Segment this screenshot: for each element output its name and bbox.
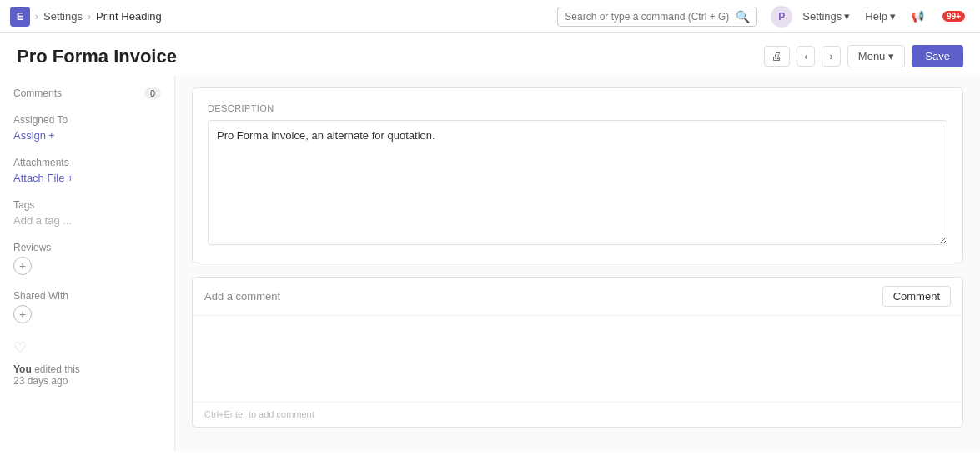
comment-header: Add a comment Comment	[193, 278, 962, 316]
notification-badge: 99+	[942, 11, 965, 22]
save-button[interactable]: Save	[912, 45, 963, 68]
settings-chevron-icon: ▾	[844, 10, 850, 22]
sidebar-tags-section: Tags Add a tag ...	[13, 199, 161, 227]
app-icon[interactable]: E	[10, 7, 30, 27]
notification-button[interactable]: 99+	[934, 8, 970, 24]
main-layout: Comments 0 Assigned To Assign + Attachme…	[0, 76, 980, 451]
assigned-to-label: Assigned To	[13, 114, 161, 126]
sidebar-shared-section: Shared With +	[13, 290, 161, 323]
tags-label: Tags	[13, 199, 161, 211]
add-shared-button[interactable]: +	[13, 305, 32, 323]
description-label: Description	[208, 103, 947, 113]
add-comment-label: Add a comment	[204, 290, 280, 302]
assign-link[interactable]: Assign +	[13, 129, 161, 142]
like-button[interactable]: ♡	[13, 338, 161, 357]
menu-label: Menu	[858, 50, 886, 62]
you-label: You	[13, 363, 32, 375]
topnav: E › Settings › Print Heading 🔍 P Setting…	[0, 0, 980, 33]
megaphone-icon: 📢	[911, 10, 924, 22]
breadcrumb-settings[interactable]: Settings	[43, 10, 83, 22]
comments-count: 0	[144, 88, 161, 99]
time-ago: 23 days ago	[13, 375, 68, 387]
attach-file-link[interactable]: Attach File +	[13, 172, 161, 184]
sidebar-assigned-section: Assigned To Assign +	[13, 114, 161, 142]
breadcrumb-sep-1: ›	[35, 11, 38, 22]
print-button[interactable]: 🖨	[764, 46, 790, 67]
assign-label: Assign	[13, 129, 46, 142]
add-tag-link[interactable]: Add a tag ...	[13, 214, 161, 227]
edited-label: edited this	[34, 363, 80, 375]
sidebar-reviews-section: Reviews +	[13, 242, 161, 275]
help-chevron-icon: ▾	[890, 10, 896, 22]
search-input[interactable]	[565, 11, 731, 22]
you-edited-info: You edited this 23 days ago	[13, 363, 161, 387]
comments-label: Comments 0	[13, 88, 161, 99]
reviews-label: Reviews	[13, 242, 161, 253]
sidebar-attachments-section: Attachments Attach File +	[13, 157, 161, 184]
comment-footer: Ctrl+Enter to add comment	[193, 402, 962, 427]
sidebar-comments-section: Comments 0	[13, 88, 161, 99]
menu-button[interactable]: Menu ▾	[847, 45, 906, 68]
page-header: Pro Forma Invoice 🖨 ‹ › Menu ▾ Save	[0, 33, 980, 76]
settings-nav-label: Settings	[802, 10, 842, 22]
comment-textarea[interactable]	[204, 324, 951, 391]
search-bar[interactable]: 🔍	[557, 7, 757, 27]
shared-with-label: Shared With	[13, 290, 161, 302]
menu-chevron-icon: ▾	[888, 50, 894, 62]
breadcrumb-sep-2: ›	[88, 11, 91, 22]
comment-body[interactable]	[193, 316, 962, 402]
description-card: Description Pro Forma Invoice, an altern…	[192, 88, 963, 263]
next-button[interactable]: ›	[822, 46, 840, 67]
attachments-label: Attachments	[13, 157, 161, 168]
description-textarea[interactable]: Pro Forma Invoice, an alternate for quot…	[208, 120, 947, 245]
avatar[interactable]: P	[771, 6, 792, 28]
attach-plus-icon: +	[67, 172, 73, 184]
comment-hint: Ctrl+Enter to add comment	[204, 409, 314, 419]
page-actions: 🖨 ‹ › Menu ▾ Save	[764, 45, 963, 68]
sidebar: Comments 0 Assigned To Assign + Attachme…	[0, 76, 175, 451]
page-title: Pro Forma Invoice	[17, 46, 177, 68]
main-content: Description Pro Forma Invoice, an altern…	[175, 76, 980, 451]
breadcrumb-print-heading: Print Heading	[96, 10, 162, 22]
attach-file-label: Attach File	[13, 172, 64, 184]
add-review-button[interactable]: +	[13, 257, 32, 275]
comment-card: Add a comment Comment Ctrl+Enter to add …	[192, 277, 963, 428]
search-icon: 🔍	[736, 10, 750, 23]
assign-plus-icon: +	[48, 129, 55, 142]
comment-button[interactable]: Comment	[882, 286, 951, 307]
settings-nav-button[interactable]: Settings ▾	[797, 8, 855, 25]
help-nav-label: Help	[865, 10, 887, 22]
prev-button[interactable]: ‹	[797, 46, 815, 67]
megaphone-button[interactable]: 📢	[906, 8, 929, 25]
help-nav-button[interactable]: Help ▾	[860, 8, 901, 25]
